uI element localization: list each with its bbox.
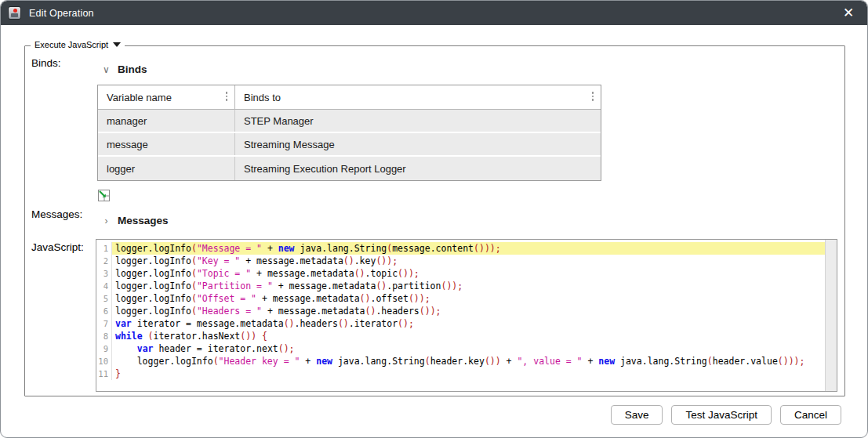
code-text: var iterator = message.metadata().header… [112, 317, 825, 330]
code-line: 8while (iterator.hasNext()) { [96, 330, 825, 342]
code-line: 6logger.logInfo("Headers = " + message.m… [96, 305, 825, 317]
javascript-field-label: JavaScript: [31, 241, 84, 253]
column-menu-icon[interactable] [223, 92, 230, 103]
binds-section-title: Binds [118, 63, 147, 75]
operation-type-selector[interactable]: Execute JavaScript [31, 40, 125, 49]
save-button[interactable]: Save [611, 405, 663, 425]
cell-variable-name: manager [98, 110, 235, 132]
execute-javascript-groupbox: Execute JavaScript Binds: ∨ Binds Variab… [24, 45, 845, 396]
line-number: 10 [96, 355, 112, 367]
chevron-right-icon: › [102, 215, 111, 226]
code-lines[interactable]: 1logger.logInfo("Message = " + new java.… [96, 240, 825, 391]
line-number: 8 [96, 330, 112, 342]
code-line: 7var iterator = message.metadata().heade… [96, 317, 825, 330]
table-row[interactable]: loggerStreaming Execution Report Logger [98, 157, 601, 180]
test-javascript-button[interactable]: Test JavaScript [671, 405, 772, 425]
column-header-binds-to[interactable]: Binds to [235, 85, 601, 109]
table-row[interactable]: managerSTEP Manager [98, 110, 601, 133]
cell-variable-name: message [98, 133, 235, 155]
operation-type-label: Execute JavaScript [35, 40, 108, 49]
messages-section-title: Messages [118, 215, 169, 226]
cell-binds-to: Streaming Execution Report Logger [235, 157, 601, 180]
cell-binds-to: STEP Manager [235, 110, 601, 132]
close-icon[interactable]: ✕ [839, 4, 858, 23]
chevron-down-icon: ∨ [102, 64, 111, 75]
column-menu-icon[interactable] [590, 92, 596, 103]
table-row[interactable]: messageStreaming Message [98, 133, 601, 157]
code-line: 3logger.logInfo("Topic = " + message.met… [96, 267, 825, 280]
binds-section-header[interactable]: ∨ Binds [102, 63, 147, 75]
code-line: 11} [96, 367, 825, 380]
titlebar: Edit Operation ✕ [1, 1, 867, 25]
line-number: 3 [96, 267, 112, 280]
line-number: 6 [96, 305, 112, 317]
code-text: logger.logInfo("Offset = " + message.met… [112, 292, 825, 305]
line-number: 2 [96, 255, 112, 267]
code-line: 2logger.logInfo("Key = " + message.metad… [96, 255, 825, 267]
messages-field-label: Messages: [31, 208, 82, 220]
javascript-code-editor[interactable]: 1logger.logInfo("Message = " + new java.… [96, 239, 837, 392]
edit-operation-dialog: Edit Operation ✕ Execute JavaScript Bind… [0, 0, 868, 438]
line-number: 9 [96, 342, 112, 355]
dialog-footer: Save Test JavaScript Cancel [611, 405, 841, 425]
line-number: 7 [96, 317, 112, 330]
code-text: logger.logInfo("Header key = " + new jav… [112, 355, 825, 367]
binds-table-body: managerSTEP ManagermessageStreaming Mess… [98, 110, 601, 180]
messages-section-header[interactable]: › Messages [102, 215, 169, 226]
code-line: 5logger.logInfo("Offset = " + message.me… [96, 292, 825, 305]
code-text: logger.logInfo("Partition = " + message.… [112, 280, 825, 292]
code-text: var header = iterator.next(); [112, 342, 825, 355]
code-text: logger.logInfo("Message = " + new java.l… [112, 242, 825, 255]
code-text: while (iterator.hasNext()) { [112, 330, 825, 342]
column-header-variable-name[interactable]: Variable name [98, 85, 235, 109]
chevron-down-icon [113, 42, 121, 47]
line-number: 4 [96, 280, 112, 292]
code-line: 9 var header = iterator.next(); [96, 342, 825, 355]
code-text: logger.logInfo("Topic = " + message.meta… [112, 267, 825, 280]
code-text: } [112, 367, 825, 380]
binds-field-label: Binds: [31, 57, 61, 69]
export-table-icon[interactable] [97, 189, 111, 202]
code-line: 10 logger.logInfo("Header key = " + new … [96, 355, 825, 367]
editor-scrollbar[interactable] [825, 240, 837, 391]
code-line: 4logger.logInfo("Partition = " + message… [96, 280, 825, 292]
line-number: 1 [96, 242, 112, 255]
cancel-button[interactable]: Cancel [780, 405, 841, 425]
binds-table: Variable name Binds to managerSTEP Manag… [97, 85, 601, 181]
cell-binds-to: Streaming Message [235, 133, 601, 155]
line-number: 11 [96, 367, 112, 380]
code-text: logger.logInfo("Headers = " + message.me… [112, 305, 825, 317]
binds-table-header: Variable name Binds to [98, 85, 601, 110]
app-icon [8, 6, 21, 20]
code-line: 1logger.logInfo("Message = " + new java.… [96, 242, 825, 255]
code-text: logger.logInfo("Key = " + message.metada… [112, 255, 825, 267]
window-title: Edit Operation [29, 8, 94, 19]
line-number: 5 [96, 292, 112, 305]
cell-variable-name: logger [98, 157, 235, 180]
